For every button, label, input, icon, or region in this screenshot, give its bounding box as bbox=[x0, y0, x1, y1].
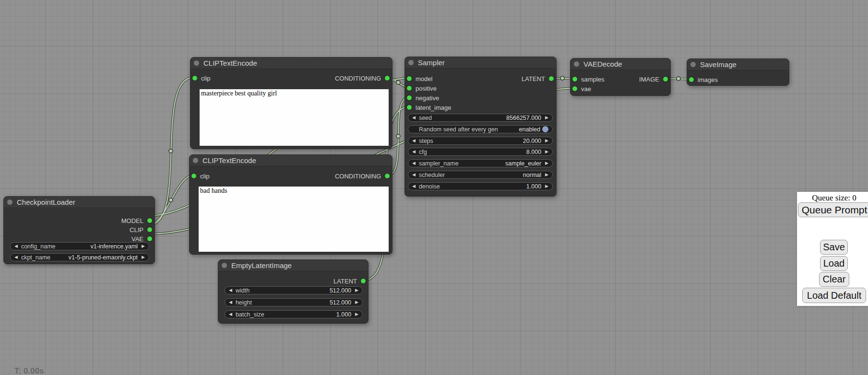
queue-prompt-button[interactable]: Queue Prompt bbox=[798, 202, 868, 217]
input-slot-images[interactable]: images bbox=[689, 76, 718, 83]
collapse-dot-icon[interactable] bbox=[194, 60, 199, 66]
output-slot-model[interactable]: MODEL bbox=[121, 217, 152, 224]
node-emptylatentimage[interactable]: EmptyLatentImage LATENT ◀ width 512.000 … bbox=[218, 259, 369, 324]
node-title-bar[interactable]: CheckpointLoader bbox=[4, 197, 155, 208]
input-slot-clip[interactable]: clip bbox=[192, 74, 211, 82]
node-cliptextencode-positive[interactable]: CLIPTextEncode clip CONDITIONING masterp… bbox=[190, 57, 392, 149]
collapse-dot-icon[interactable] bbox=[7, 199, 12, 205]
input-port-icon[interactable] bbox=[572, 77, 577, 82]
output-slot-vae[interactable]: VAE bbox=[131, 235, 152, 243]
widget-batch-size[interactable]: ◀ batch_size 1.000 ▶ bbox=[225, 310, 363, 318]
output-port-icon[interactable] bbox=[663, 77, 668, 82]
input-port-icon[interactable] bbox=[407, 105, 412, 110]
decrement-arrow-icon[interactable]: ◀ bbox=[229, 288, 232, 293]
node-vaedecode[interactable]: VAEDecode samples vae IMAGE bbox=[570, 58, 671, 96]
increment-arrow-icon[interactable]: ▶ bbox=[545, 150, 548, 154]
save-button[interactable]: Save bbox=[820, 240, 848, 255]
node-title-bar[interactable]: Sampler bbox=[405, 57, 556, 69]
widget-ckpt-name[interactable]: ◀ ckpt_name v1-5-pruned-emaonly.ckpt ▶ bbox=[10, 253, 149, 261]
decrement-arrow-icon[interactable]: ◀ bbox=[14, 244, 18, 248]
input-port-icon[interactable] bbox=[191, 174, 196, 178]
clear-button[interactable]: Clear bbox=[819, 272, 849, 287]
input-slot-model[interactable]: model bbox=[407, 75, 432, 82]
input-port-icon[interactable] bbox=[572, 86, 577, 91]
input-slot-vae[interactable]: vae bbox=[572, 85, 591, 93]
increment-arrow-icon[interactable]: ▶ bbox=[545, 173, 548, 177]
node-title-bar[interactable]: CLIPTextEncode bbox=[190, 155, 392, 166]
widget-height[interactable]: ◀ height 512.000 ▶ bbox=[225, 298, 363, 306]
output-port-icon[interactable] bbox=[385, 76, 390, 81]
widget-sampler-name[interactable]: ◀ sampler_name sample_euler ▶ bbox=[408, 159, 553, 167]
output-port-icon[interactable] bbox=[147, 227, 152, 232]
increment-arrow-icon[interactable]: ▶ bbox=[545, 139, 548, 143]
output-slot-image[interactable]: IMAGE bbox=[639, 75, 668, 83]
output-slot-conditioning[interactable]: CONDITIONING bbox=[335, 74, 390, 82]
decrement-arrow-icon[interactable]: ◀ bbox=[14, 255, 18, 259]
decrement-arrow-icon[interactable]: ◀ bbox=[229, 300, 232, 305]
decrement-arrow-icon[interactable]: ◀ bbox=[412, 184, 416, 188]
input-port-icon[interactable] bbox=[689, 77, 694, 82]
output-port-icon[interactable] bbox=[147, 218, 152, 223]
node-checkpointloader[interactable]: CheckpointLoader MODEL CLIP VAE ◀ config… bbox=[3, 196, 155, 264]
widget-name: scheduler bbox=[419, 172, 445, 178]
node-graph-canvas[interactable]: CheckpointLoader MODEL CLIP VAE ◀ config… bbox=[0, 0, 868, 375]
collapse-dot-icon[interactable] bbox=[222, 263, 227, 268]
increment-arrow-icon[interactable]: ▶ bbox=[142, 244, 145, 248]
load-default-button[interactable]: Load Default bbox=[802, 288, 866, 303]
collapse-dot-icon[interactable] bbox=[690, 62, 696, 67]
decrement-arrow-icon[interactable]: ◀ bbox=[412, 173, 416, 177]
increment-arrow-icon[interactable]: ▶ bbox=[355, 312, 358, 316]
widget-config-name[interactable]: ◀ config_name v1-inference.yaml ▶ bbox=[10, 242, 149, 250]
input-slot-samples[interactable]: samples bbox=[572, 75, 604, 83]
collapse-dot-icon[interactable] bbox=[193, 158, 198, 163]
toggle-knob-icon[interactable] bbox=[542, 126, 548, 132]
collapse-dot-icon[interactable] bbox=[408, 60, 414, 65]
node-title-bar[interactable]: CLIPTextEncode bbox=[190, 58, 392, 69]
output-slot-latent[interactable]: LATENT bbox=[522, 75, 554, 82]
input-slot-latent-image[interactable]: latent_image bbox=[407, 104, 451, 111]
comfy-menu-panel[interactable]: Queue size: 0 Queue Prompt Save Load Cle… bbox=[797, 192, 868, 306]
widget-scheduler[interactable]: ◀ scheduler normal ▶ bbox=[408, 171, 553, 179]
decrement-arrow-icon[interactable]: ◀ bbox=[412, 139, 416, 143]
node-title-bar[interactable]: EmptyLatentImage bbox=[218, 260, 368, 271]
output-port-icon[interactable] bbox=[549, 76, 554, 81]
positive-prompt-textarea[interactable]: masterpiece best quality girl bbox=[200, 89, 389, 146]
widget-cfg[interactable]: ◀ cfg 8.000 ▶ bbox=[408, 148, 553, 156]
output-port-icon[interactable] bbox=[147, 236, 152, 241]
widget-random-seed-toggle[interactable]: Random seed after every gen enabled bbox=[408, 125, 553, 133]
node-title-bar[interactable]: VAEDecode bbox=[571, 59, 670, 70]
input-port-icon[interactable] bbox=[192, 76, 197, 81]
output-slot-conditioning[interactable]: CONDITIONING bbox=[335, 172, 390, 180]
collapse-dot-icon[interactable] bbox=[574, 61, 579, 67]
increment-arrow-icon[interactable]: ▶ bbox=[545, 116, 548, 120]
output-port-icon[interactable] bbox=[361, 279, 366, 283]
widget-seed[interactable]: ◀ seed 8566257.000 ▶ bbox=[408, 114, 553, 122]
increment-arrow-icon[interactable]: ▶ bbox=[355, 300, 358, 305]
widget-denoise[interactable]: ◀ denoise 1.000 ▶ bbox=[408, 182, 553, 190]
negative-prompt-textarea[interactable]: bad hands bbox=[199, 187, 389, 252]
input-port-icon[interactable] bbox=[407, 76, 412, 81]
widget-steps[interactable]: ◀ steps 20.000 ▶ bbox=[408, 137, 553, 145]
increment-arrow-icon[interactable]: ▶ bbox=[545, 161, 548, 165]
increment-arrow-icon[interactable]: ▶ bbox=[355, 288, 358, 293]
output-port-icon[interactable] bbox=[385, 174, 390, 178]
input-port-icon[interactable] bbox=[407, 95, 412, 100]
decrement-arrow-icon[interactable]: ◀ bbox=[229, 312, 232, 316]
output-slot-latent[interactable]: LATENT bbox=[333, 277, 366, 285]
decrement-arrow-icon[interactable]: ◀ bbox=[412, 161, 416, 165]
node-title-bar[interactable]: SaveImage bbox=[687, 59, 789, 70]
node-cliptextencode-negative[interactable]: CLIPTextEncode clip CONDITIONING bad han… bbox=[189, 154, 392, 255]
output-slot-clip[interactable]: CLIP bbox=[130, 226, 152, 234]
load-button[interactable]: Load bbox=[820, 256, 848, 271]
input-port-icon[interactable] bbox=[407, 86, 412, 91]
increment-arrow-icon[interactable]: ▶ bbox=[545, 184, 548, 188]
input-slot-positive[interactable]: positive bbox=[407, 84, 437, 92]
node-saveimage[interactable]: SaveImage images bbox=[687, 59, 789, 86]
node-sampler[interactable]: Sampler model positive negative latent_i… bbox=[404, 57, 557, 197]
increment-arrow-icon[interactable]: ▶ bbox=[142, 255, 145, 259]
input-slot-negative[interactable]: negative bbox=[407, 94, 439, 102]
decrement-arrow-icon[interactable]: ◀ bbox=[412, 116, 416, 120]
decrement-arrow-icon[interactable]: ◀ bbox=[412, 150, 416, 154]
input-slot-clip[interactable]: clip bbox=[191, 172, 210, 180]
widget-width[interactable]: ◀ width 512.000 ▶ bbox=[225, 286, 363, 294]
